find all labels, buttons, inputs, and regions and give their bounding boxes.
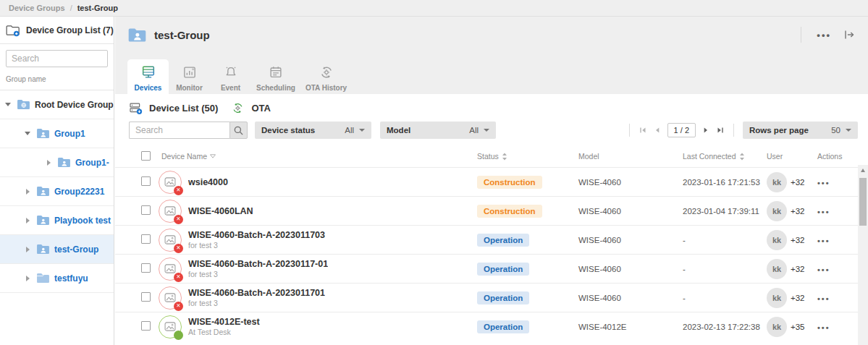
sort-icon[interactable] — [502, 153, 507, 161]
vertical-scrollbar[interactable] — [858, 165, 868, 345]
user-avatar[interactable]: kk — [767, 172, 787, 192]
user-more-count[interactable]: +32 — [791, 207, 805, 216]
row-checkbox[interactable] — [141, 205, 151, 215]
row-checkbox[interactable] — [141, 263, 151, 273]
caret-right-icon[interactable] — [22, 216, 33, 226]
event-bell-icon — [223, 64, 239, 80]
device-name[interactable]: wsie4000 — [188, 177, 228, 187]
user-avatar[interactable]: kk — [767, 201, 787, 221]
table-row[interactable]: WISE-4060-Batch-A-2023011703 for test 3 … — [115, 225, 868, 254]
row-checkbox[interactable] — [141, 176, 151, 186]
status-badge: Construction — [477, 205, 542, 218]
device-avatar — [159, 286, 182, 310]
device-name[interactable]: WISE-4012E-test — [188, 317, 260, 327]
row-actions-button[interactable]: ••• — [817, 323, 830, 332]
caret-right-icon[interactable] — [22, 187, 33, 197]
row-actions-button[interactable]: ••• — [817, 294, 830, 303]
row-actions-button[interactable]: ••• — [817, 237, 830, 245]
tree-item-test-group[interactable]: test-Group — [0, 235, 114, 264]
next-page-button[interactable] — [699, 124, 713, 137]
scroll-up-arrow-icon[interactable] — [858, 165, 868, 175]
row-checkbox[interactable] — [141, 292, 151, 302]
device-status-dropdown[interactable]: Device status All — [255, 122, 371, 139]
model-label: Model — [387, 126, 410, 135]
user-avatar[interactable]: kk — [767, 288, 787, 308]
rows-per-page-value: 50 — [831, 126, 840, 135]
presence-badge — [174, 244, 183, 253]
caret-down-icon[interactable] — [3, 100, 13, 110]
column-header-status[interactable]: Status — [477, 152, 499, 161]
search-button[interactable] — [229, 122, 248, 139]
first-page-button[interactable] — [636, 124, 650, 137]
caret-right-icon[interactable] — [22, 244, 33, 255]
tree-item-playbook-test[interactable]: Playbook test — [0, 206, 114, 235]
caret-down-icon[interactable] — [22, 129, 33, 139]
user-avatar[interactable]: kk — [767, 259, 787, 279]
filter-caret-icon[interactable] — [210, 154, 216, 158]
row-checkbox[interactable] — [141, 321, 151, 331]
caret-right-icon[interactable] — [22, 273, 33, 284]
pagination: 1 / 2 Rows per page 50 — [623, 122, 858, 139]
user-more-count[interactable]: +32 — [791, 265, 805, 273]
group-search-input[interactable] — [6, 50, 108, 67]
column-header-model[interactable]: Model — [578, 152, 683, 161]
presence-badge — [174, 186, 183, 195]
column-header-device-name[interactable]: Device Name — [159, 152, 207, 161]
model-cell: WISE-4060 — [578, 294, 683, 302]
tree-item-label: Root Device Group — [35, 100, 114, 110]
user-more-count[interactable]: +32 — [791, 236, 805, 244]
previous-page-button[interactable] — [650, 124, 665, 137]
device-name[interactable]: WISE-4060-Batch-A-2023011701 — [188, 288, 325, 298]
device-list-icon — [129, 101, 143, 115]
row-actions-button[interactable]: ••• — [817, 208, 830, 216]
divider — [801, 27, 801, 43]
device-status-value: All — [345, 126, 354, 135]
row-actions-button[interactable]: ••• — [817, 265, 830, 274]
table-row[interactable]: WISE-4060-Batch-A-20230117-01 for test 3… — [115, 254, 868, 283]
table-row[interactable]: WISE-4012E-test At Test Desk Operation W… — [115, 312, 868, 341]
column-header-last-connected[interactable]: Last Connected — [683, 152, 736, 161]
select-all-checkbox[interactable] — [141, 151, 151, 161]
tree-item-testfuyu[interactable]: testfuyu — [0, 264, 114, 293]
device-name[interactable]: WISE-4060-Batch-A-20230117-01 — [188, 259, 328, 269]
image-placeholder-icon — [164, 322, 176, 331]
column-header-actions: Actions — [817, 152, 851, 161]
devices-tab-content: Device List (50) OTA — [115, 94, 868, 345]
breadcrumb-parent-link[interactable]: Device Groups — [9, 4, 65, 12]
tab-scheduling[interactable]: Scheduling — [251, 59, 300, 94]
tree-item-root-device-group[interactable]: Root Device Group — [0, 90, 114, 119]
sort-icon[interactable] — [739, 153, 745, 161]
last-page-button[interactable] — [713, 124, 728, 137]
tab-event[interactable]: Event — [210, 59, 251, 94]
rows-per-page-dropdown[interactable]: Rows per page 50 — [743, 122, 858, 139]
tab-devices[interactable]: Devices — [127, 59, 169, 94]
collapse-panel-icon[interactable] — [842, 27, 856, 42]
tree-item-group22231[interactable]: Group22231 — [0, 177, 114, 206]
tab-label: OTA History — [306, 84, 347, 92]
user-more-count[interactable]: +35 — [791, 323, 805, 331]
tab-monitor[interactable]: Monitor — [169, 59, 210, 94]
more-options-button[interactable]: ••• — [817, 30, 831, 40]
add-group-folder-icon[interactable] — [6, 24, 20, 37]
table-row[interactable]: WISE-4060-Batch-A-2023011701 for test 3 … — [115, 283, 868, 312]
ota-button[interactable]: OTA — [231, 101, 270, 115]
model-dropdown[interactable]: Model All — [380, 122, 496, 139]
user-more-count[interactable]: +32 — [791, 294, 805, 302]
row-actions-button[interactable]: ••• — [817, 179, 830, 187]
device-name[interactable]: WISE-4060LAN — [188, 206, 253, 216]
tree-item-group1[interactable]: Group1 — [0, 119, 114, 148]
device-search-input[interactable] — [129, 122, 229, 139]
device-list-button[interactable]: Device List (50) — [129, 101, 218, 115]
tab-ota-history[interactable]: OTA History — [300, 59, 352, 94]
user-more-count[interactable]: +32 — [791, 178, 805, 187]
user-avatar[interactable]: kk — [767, 230, 787, 250]
tree-item-group1-child[interactable]: Group1- — [0, 148, 114, 177]
table-row[interactable]: wsie4000 Construction WISE-4060 2023-01-… — [115, 167, 868, 196]
device-name[interactable]: WISE-4060-Batch-A-2023011703 — [188, 230, 325, 240]
scrollbar-thumb[interactable] — [859, 178, 867, 226]
caret-right-icon[interactable] — [43, 158, 54, 168]
table-row[interactable]: WISE-4060LAN Construction WISE-4060 2023… — [115, 196, 868, 225]
user-avatar[interactable]: kk — [767, 317, 787, 337]
row-checkbox[interactable] — [141, 234, 151, 244]
group-header: test-Group ••• — [115, 17, 868, 94]
